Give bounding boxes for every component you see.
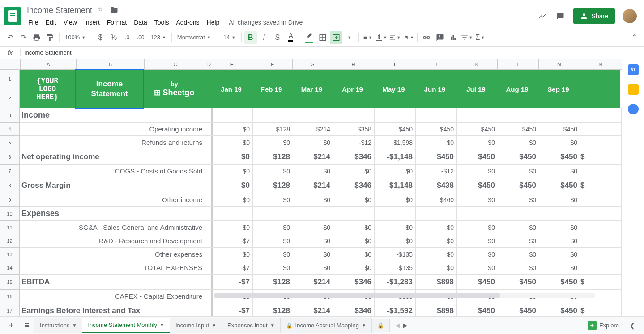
row-header-17[interactable]: 17 bbox=[0, 303, 20, 316]
tab-menu-icon[interactable]: ▼ bbox=[362, 323, 366, 328]
data-cell[interactable]: $0 bbox=[253, 234, 293, 247]
data-cell[interactable]: $0 bbox=[457, 261, 498, 274]
row-header-3[interactable]: 3 bbox=[0, 108, 20, 123]
data-cell[interactable]: $0 bbox=[498, 221, 539, 234]
sheet-tab[interactable]: Income Input ▼ bbox=[170, 318, 222, 333]
col-header-E[interactable]: E bbox=[212, 59, 252, 69]
data-cell[interactable]: $0 bbox=[213, 193, 253, 206]
data-cell[interactable]: $0 bbox=[457, 165, 498, 178]
percent-button[interactable]: % bbox=[107, 31, 120, 44]
tab-menu-icon[interactable]: ▼ bbox=[160, 322, 164, 327]
data-cell[interactable]: $0 bbox=[333, 193, 375, 206]
halign-button[interactable]: ≡▼ bbox=[362, 31, 374, 44]
row-label-cell[interactable]: Other expenses bbox=[20, 248, 205, 261]
month-header-cell[interactable] bbox=[579, 70, 620, 108]
spacer-cell[interactable] bbox=[205, 108, 213, 122]
data-cell[interactable]: $450 bbox=[539, 149, 580, 164]
row-header-5[interactable]: 5 bbox=[0, 136, 20, 149]
data-cell[interactable]: $0 bbox=[498, 261, 539, 274]
spacer-cell[interactable] bbox=[205, 221, 213, 234]
data-cell[interactable]: $128 bbox=[253, 123, 293, 135]
data-cell[interactable]: $450 bbox=[457, 178, 498, 193]
col-header-B[interactable]: B bbox=[77, 59, 145, 69]
data-cell[interactable]: $0 bbox=[213, 149, 253, 164]
data-cell[interactable]: $0 bbox=[213, 136, 253, 149]
data-cell[interactable] bbox=[580, 221, 622, 234]
data-cell[interactable] bbox=[333, 108, 375, 122]
data-cell[interactable]: $0 bbox=[416, 261, 457, 274]
font-dropdown[interactable]: Montserrat ▼ bbox=[175, 32, 215, 42]
row-header-10[interactable]: 10 bbox=[0, 207, 20, 221]
row-header-4[interactable]: 4 bbox=[0, 123, 20, 136]
save-status[interactable]: All changes saved in Drive bbox=[229, 19, 303, 26]
link-button[interactable] bbox=[420, 31, 433, 44]
print-button[interactable] bbox=[30, 31, 43, 44]
menu-edit[interactable]: Edit bbox=[43, 17, 60, 28]
data-cell[interactable] bbox=[539, 108, 580, 122]
data-cell[interactable]: $0 bbox=[253, 261, 293, 274]
month-header-cell[interactable]: Mar 19 bbox=[292, 70, 332, 108]
data-cell[interactable]: $0 bbox=[293, 165, 333, 178]
data-cell[interactable]: $450 bbox=[498, 123, 539, 135]
spacer-cell[interactable] bbox=[205, 123, 213, 135]
row-header-2[interactable]: 2 bbox=[0, 89, 20, 108]
data-cell[interactable]: -$7 bbox=[213, 275, 253, 289]
row-label-cell[interactable]: EBITDA bbox=[20, 275, 205, 289]
data-cell[interactable]: $0 bbox=[213, 178, 253, 193]
col-header-N[interactable]: N bbox=[580, 59, 621, 69]
row-label-cell[interactable]: Earnings Before Interest and Tax bbox=[20, 303, 205, 316]
data-cell[interactable]: -$1,148 bbox=[375, 149, 416, 164]
data-cell[interactable]: $0 bbox=[539, 165, 580, 178]
data-cell[interactable]: $ bbox=[580, 303, 622, 316]
data-cell[interactable]: -$7 bbox=[213, 303, 253, 316]
data-cell[interactable]: $0 bbox=[498, 234, 539, 247]
data-cell[interactable]: -$12 bbox=[416, 165, 457, 178]
select-all-corner[interactable] bbox=[0, 59, 21, 69]
row-label-cell[interactable]: Net operating income bbox=[20, 149, 205, 164]
data-cell[interactable]: $346 bbox=[333, 178, 375, 193]
col-header-M[interactable]: M bbox=[539, 59, 580, 69]
decrease-decimal-button[interactable]: .0 bbox=[121, 31, 133, 44]
data-cell[interactable]: $128 bbox=[253, 178, 293, 193]
data-cell[interactable]: $214 bbox=[293, 303, 333, 316]
increase-decimal-button[interactable]: .00 bbox=[134, 31, 147, 44]
collapse-toolbar-button[interactable]: ⌃ bbox=[628, 31, 640, 44]
data-cell[interactable]: $0 bbox=[253, 221, 293, 234]
strikethrough-button[interactable]: S bbox=[271, 31, 284, 44]
data-cell[interactable]: $0 bbox=[375, 165, 416, 178]
borders-button[interactable] bbox=[316, 31, 329, 44]
user-avatar[interactable] bbox=[623, 9, 637, 23]
locked-tab-extra[interactable]: 🔒 bbox=[372, 319, 390, 332]
data-cell[interactable]: $358 bbox=[333, 123, 375, 135]
share-button[interactable]: Share bbox=[573, 8, 615, 24]
data-cell[interactable]: $346 bbox=[333, 303, 375, 316]
data-cell[interactable]: $0 bbox=[498, 136, 539, 149]
calendar-addon-icon[interactable]: 31 bbox=[628, 64, 639, 75]
sheet-tab[interactable]: Instructions ▼ bbox=[34, 318, 82, 333]
row-label-cell[interactable]: Expenses bbox=[20, 207, 205, 220]
row-header-8[interactable]: 8 bbox=[0, 178, 20, 193]
data-cell[interactable]: $450 bbox=[416, 123, 457, 135]
data-cell[interactable]: $0 bbox=[416, 136, 457, 149]
keep-addon-icon[interactable] bbox=[628, 84, 639, 95]
col-header-H[interactable]: H bbox=[333, 59, 374, 69]
font-size-dropdown[interactable]: 14 ▼ bbox=[221, 32, 239, 42]
data-cell[interactable] bbox=[580, 165, 622, 178]
data-cell[interactable]: $0 bbox=[213, 123, 253, 135]
brand-cell[interactable]: by⊞Sheetgo bbox=[144, 70, 205, 108]
col-header-F[interactable]: F bbox=[252, 59, 293, 69]
data-cell[interactable]: $128 bbox=[253, 275, 293, 289]
menu-data[interactable]: Data bbox=[131, 17, 150, 28]
data-cell[interactable]: -$1,148 bbox=[375, 178, 416, 193]
row-header-13[interactable]: 13 bbox=[0, 248, 20, 261]
data-cell[interactable]: $346 bbox=[333, 275, 375, 289]
row-label-cell[interactable]: TOTAL EXPENSES bbox=[20, 261, 205, 274]
data-cell[interactable]: $0 bbox=[375, 234, 416, 247]
data-cell[interactable]: $0 bbox=[213, 221, 253, 234]
move-folder-icon[interactable] bbox=[110, 6, 119, 15]
horizontal-scrollbar[interactable] bbox=[214, 293, 595, 298]
valign-button[interactable]: ▼ bbox=[375, 31, 388, 44]
data-cell[interactable]: -$1,598 bbox=[375, 136, 416, 149]
col-header-I[interactable]: I bbox=[374, 59, 415, 69]
data-cell[interactable]: $450 bbox=[498, 275, 539, 289]
